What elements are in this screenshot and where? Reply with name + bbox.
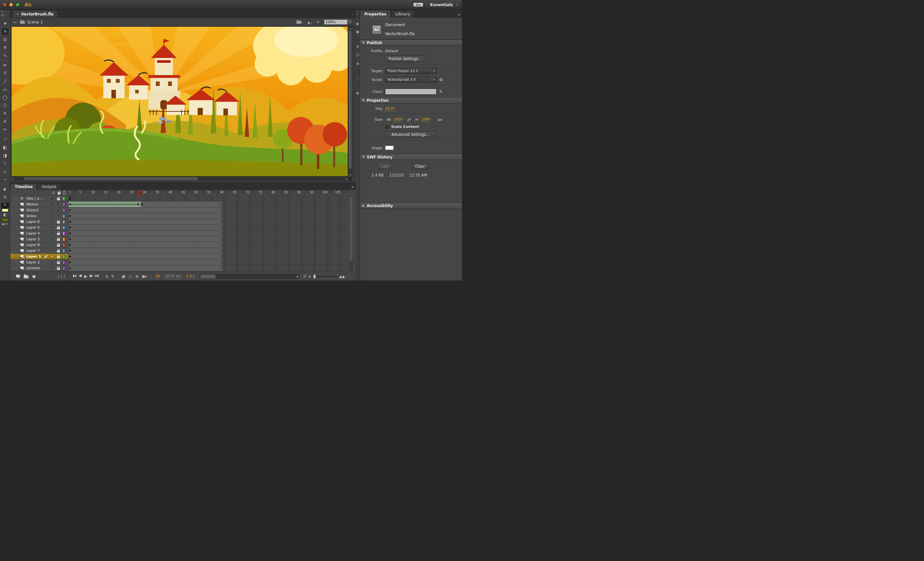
frame-span[interactable]: [69, 266, 223, 271]
stage-zoom-input[interactable]: [324, 20, 348, 25]
layer-visibility-toggle[interactable]: •: [50, 202, 54, 206]
onion-skin-outlines-button[interactable]: ▢: [128, 274, 133, 279]
swap-colors-icon[interactable]: ⇄: [6, 222, 8, 225]
keyframe-dot[interactable]: [69, 261, 71, 263]
frame-span[interactable]: [141, 202, 223, 207]
zoom-in-frames-icon[interactable]: ▲▲: [339, 274, 345, 279]
polystar-tool[interactable]: ⎔: [1, 102, 9, 110]
script-dropdown[interactable]: ActionScript 3.0 ▾: [385, 76, 436, 83]
layer-visibility-toggle[interactable]: •: [50, 231, 54, 235]
layer-lock-toggle[interactable]: •: [56, 208, 60, 212]
layer-lock-toggle[interactable]: [56, 226, 60, 229]
layer-lock-toggle[interactable]: [56, 243, 60, 247]
layer-visibility-toggle[interactable]: •: [50, 261, 54, 264]
edit-scene-button[interactable]: ▾: [297, 20, 303, 24]
layer-outline-color-swatch[interactable]: [63, 197, 65, 201]
section-properties[interactable]: ▼ Properties: [360, 97, 462, 104]
frame-row[interactable]: [69, 207, 349, 213]
frame-row[interactable]: [69, 213, 349, 219]
layer-row-grass2[interactable]: Grass2••: [10, 207, 68, 213]
layer-visibility-toggle[interactable]: ✕: [50, 197, 54, 200]
layer-row-layer-3[interactable]: Layer 3•: [10, 236, 68, 242]
center-frame-button[interactable]: ╪: [105, 274, 109, 279]
classic-brush-tool[interactable]: ✑: [1, 126, 9, 134]
stage-canvas[interactable]: [11, 26, 348, 177]
layer-lock-toggle[interactable]: [56, 266, 60, 270]
window-zoom-button[interactable]: [16, 3, 20, 6]
layer-row-layer-4[interactable]: Layer 4•: [10, 231, 68, 236]
layer-row-layer-7[interactable]: Layer 7•: [10, 248, 68, 254]
properties-panel-menu-icon[interactable]: ≣: [458, 13, 462, 18]
scrollbar-thumb[interactable]: [349, 30, 352, 169]
oval-tool[interactable]: ◯: [1, 93, 9, 102]
tools-panel-menu-icon[interactable]: ▤: [1, 14, 4, 16]
advanced-settings-button[interactable]: Advanced Settings...: [385, 131, 436, 138]
rectangle-tool[interactable]: ▭: [1, 86, 9, 93]
edit-symbols-button[interactable]: ◭ ▾: [308, 20, 312, 24]
go-to-first-frame-button[interactable]: ▮◀: [72, 274, 76, 279]
width-value[interactable]: 1920: [393, 117, 402, 122]
pencil-edit-icon[interactable]: ✎: [439, 89, 442, 94]
keyframe-dot[interactable]: [69, 256, 71, 257]
layer-name[interactable]: Layer 8: [26, 243, 40, 247]
class-input[interactable]: [385, 88, 436, 94]
layer-name[interactable]: Layer 2: [26, 260, 40, 264]
tab-output[interactable]: Output: [37, 183, 60, 190]
scroll-right-icon[interactable]: ▶: [346, 178, 347, 180]
layer-visibility-toggle[interactable]: •: [50, 255, 54, 258]
layer-row-layer-2[interactable]: Layer 2•: [10, 260, 68, 266]
timeline-horizontal-scrollbar[interactable]: ◀ ▶: [200, 274, 299, 279]
step-forward-button[interactable]: ▮▶: [89, 274, 93, 279]
section-publish[interactable]: ▼ Publish: [360, 40, 462, 46]
elapsed-time-value[interactable]: 0.9 s: [186, 274, 195, 279]
play-button[interactable]: ▶: [84, 274, 88, 279]
chevron-down-icon[interactable]: ▾: [456, 3, 458, 6]
keyframe-dot[interactable]: [69, 250, 71, 252]
layer-outline-color-swatch[interactable]: [63, 266, 65, 270]
keyframe-dot[interactable]: [69, 215, 71, 217]
layer-outline-color-swatch[interactable]: [63, 220, 65, 224]
frame-row[interactable]: [69, 231, 349, 236]
layer-outline-color-swatch[interactable]: [63, 261, 65, 264]
zoom-tool[interactable]: ⚲: [1, 193, 9, 201]
keyframe-dot[interactable]: [69, 267, 71, 269]
onion-skin-button[interactable]: ▩: [122, 274, 126, 279]
zoom-out-frames-icon[interactable]: ▲: [309, 275, 310, 278]
frame-row[interactable]: [69, 254, 349, 260]
layer-row-layer-6[interactable]: Layer 6•: [10, 219, 68, 225]
layer-outline-color-swatch[interactable]: [63, 226, 65, 230]
timeline-panel-menu-icon[interactable]: ≣: [351, 186, 356, 190]
fps-value[interactable]: 29.97: [385, 106, 395, 111]
go-to-last-frame-button[interactable]: ▶▮: [94, 274, 99, 279]
frame-row[interactable]: [69, 242, 349, 248]
wrench-icon[interactable]: ⚙: [439, 77, 443, 82]
layer-lock-toggle[interactable]: [56, 261, 60, 264]
layer-outline-color-swatch[interactable]: [63, 202, 65, 206]
info-panel-icon[interactable]: ⓘ: [356, 51, 360, 60]
bone-tool[interactable]: ⌶: [1, 135, 9, 143]
keyframe-dot[interactable]: [69, 244, 71, 246]
scale-content-checkbox[interactable]: [385, 125, 389, 129]
frame-span[interactable]: [69, 254, 223, 259]
layer-name[interactable]: Layer 7: [26, 249, 40, 253]
layer-row-title-a-[interactable]: ⚒title / a...✕: [10, 196, 68, 202]
transform-panel-icon[interactable]: ⊞: [356, 60, 360, 68]
document-tab[interactable]: ✕ VectorBrush.fla: [12, 10, 58, 18]
clear-button[interactable]: Clear: [412, 163, 429, 170]
layer-visibility-toggle[interactable]: •: [50, 226, 54, 229]
sync-settings-button[interactable]: ⚙⇆: [413, 3, 423, 7]
motion-presets-panel-icon[interactable]: ∴: [356, 74, 360, 82]
reset-timeline-zoom-icon[interactable]: ↺: [303, 274, 306, 279]
fill-color-swatch[interactable]: [2, 218, 8, 222]
keyframe-dot[interactable]: [69, 209, 71, 211]
layer-outline-color-swatch[interactable]: [63, 255, 65, 259]
stage-horizontal-scrollbar[interactable]: ◀ ▶: [11, 177, 348, 181]
link-width-height-icon[interactable]: ☍: [407, 117, 411, 122]
align-panel-icon[interactable]: ≣: [356, 42, 360, 51]
keyframe-dot[interactable]: [69, 238, 71, 240]
scrollbar-thumb[interactable]: [24, 177, 198, 180]
paint-bucket-tool[interactable]: ◧: [1, 143, 9, 152]
stage-color-swatch[interactable]: [385, 146, 394, 150]
pencil-tool[interactable]: ✎: [1, 110, 9, 117]
layer-row-grass[interactable]: Grass••: [10, 213, 68, 219]
